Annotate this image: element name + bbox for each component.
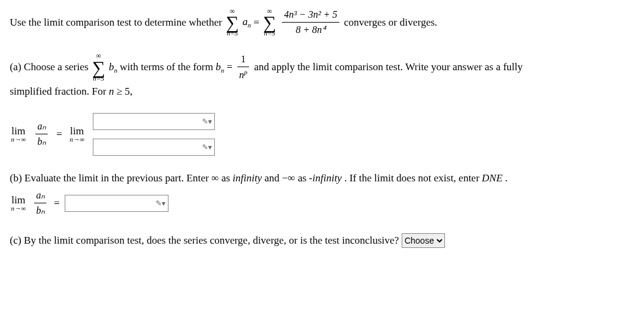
eq: =: [253, 15, 259, 31]
limit-value-input[interactable]: ✎▾: [65, 195, 168, 212]
neg-infinity-word: -infinity: [309, 170, 342, 186]
sigma-an: ∞ ∑ n=5: [226, 8, 239, 37]
infinity-word: infinity: [233, 170, 262, 186]
geq: ≥ 5,: [117, 84, 132, 100]
part-a-mid1: with terms of the form: [120, 59, 213, 75]
n-var: n: [109, 84, 114, 100]
fraction-inputs: ✎▾ ✎▾: [93, 113, 215, 156]
denominator-input[interactable]: ✎▾: [93, 139, 215, 156]
series-fraction: 4n³ − 3n² + 5 8 + 8n⁴: [282, 7, 339, 37]
part-b-limit-row: lim n→∞ aₙ bₙ = ✎▾: [10, 188, 634, 218]
part-a-limit-row: lim n→∞ aₙ bₙ = lim n→∞ ✎▾ ✎▾: [10, 113, 634, 156]
limit-expression-a: lim n→∞ aₙ bₙ = lim n→∞: [10, 119, 85, 149]
lim-b: lim n→∞: [11, 195, 26, 212]
part-a-line2: simplified fraction. For n ≥ 5,: [10, 84, 634, 100]
an: an: [242, 14, 251, 31]
intro-pre: Use the limit comparison test to determi…: [10, 15, 222, 31]
lim-right: lim n→∞: [70, 126, 84, 143]
sigma-bn: ∞ ∑ n=5: [92, 53, 105, 82]
b-period: .: [505, 170, 507, 186]
part-a-line1: (a) Choose a series ∞ ∑ n=5 bn with term…: [10, 52, 634, 82]
part-b-text: (b) Evaluate the limit in the previous p…: [10, 170, 634, 186]
lim-left: lim n→∞: [11, 126, 26, 143]
conclusion-select[interactable]: Choose: [402, 233, 445, 248]
eq-b: =: [54, 195, 60, 211]
part-c: (c) By the limit comparison test, does t…: [10, 233, 634, 249]
an-over-bn: aₙ bₙ: [35, 119, 48, 149]
intro-post: converges or diverges.: [344, 15, 438, 31]
bn2: bn: [215, 59, 224, 76]
equation-editor-icon[interactable]: ✎▾: [202, 116, 212, 127]
part-c-text: (c) By the limit comparison test, does t…: [10, 233, 399, 249]
part-a-line2a: simplified fraction. For: [10, 84, 106, 100]
part-b: (b) Evaluate the limit in the previous p…: [10, 170, 634, 219]
equation-editor-icon[interactable]: ✎▾: [202, 142, 212, 153]
equation-editor-icon[interactable]: ✎▾: [156, 198, 165, 209]
bn-form-fraction: 1 np: [237, 52, 250, 82]
part-a-label: (a) Choose a series: [10, 59, 89, 75]
part-a: (a) Choose a series ∞ ∑ n=5 bn with term…: [10, 52, 634, 156]
b-text2: and −∞ as: [264, 170, 306, 186]
part-a-mid2: and apply the limit comparison test. Wri…: [254, 59, 523, 75]
an-over-bn-b: aₙ bₙ: [34, 188, 46, 218]
b-text1: (b) Evaluate the limit in the previous p…: [10, 170, 230, 186]
sigma-frac: ∞ ∑ n=5: [263, 8, 276, 37]
bn: bn: [109, 59, 117, 76]
dne-word: DNE: [482, 170, 502, 186]
problem-statement: Use the limit comparison test to determi…: [10, 7, 634, 37]
b-text3: . If the limit does not exist, enter: [344, 170, 479, 186]
eq: =: [226, 59, 233, 75]
eq2: =: [56, 126, 62, 142]
part-c-row: (c) By the limit comparison test, does t…: [10, 233, 634, 249]
numerator-input[interactable]: ✎▾: [93, 113, 215, 130]
